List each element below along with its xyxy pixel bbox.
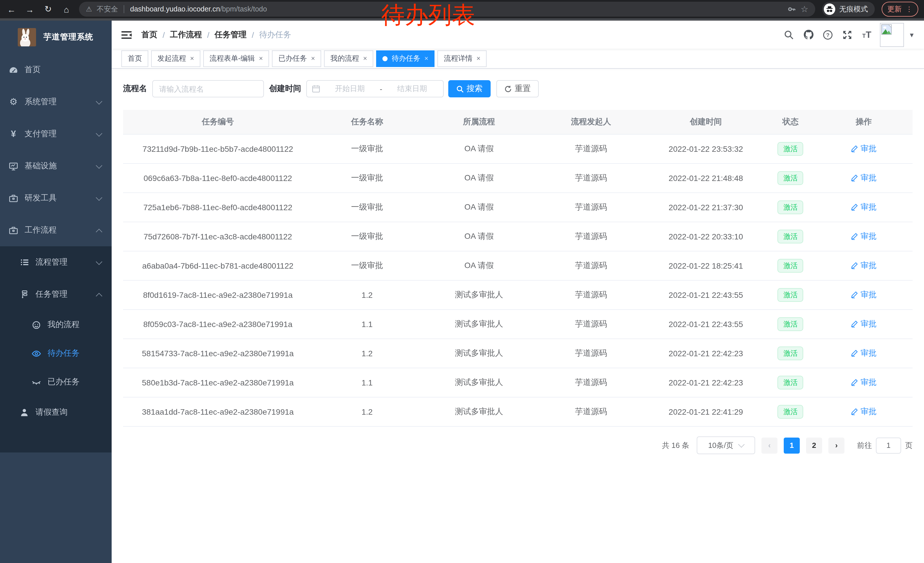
tab-my-process[interactable]: 我的流程× xyxy=(324,50,373,67)
close-icon[interactable]: × xyxy=(363,54,367,62)
action-cell: 审批 xyxy=(815,339,912,368)
tab-start-process[interactable]: 发起流程× xyxy=(151,50,200,67)
col-create-time: 创建时间 xyxy=(645,110,766,134)
goto-page-input[interactable] xyxy=(876,437,901,453)
search-button[interactable]: 搜索 xyxy=(448,80,490,98)
task-id-cell: 58154733-7ac8-11ec-a9e2-a2380e71991a xyxy=(123,339,313,368)
create-time-cell: 2022-01-21 22:41:29 xyxy=(645,397,766,426)
bookmark-star-icon[interactable]: ☆ xyxy=(801,4,808,14)
close-icon[interactable]: × xyxy=(424,54,428,62)
breadcrumb-home[interactable]: 首页 xyxy=(141,30,158,40)
prev-page-button[interactable]: ‹ xyxy=(761,437,777,453)
approve-link[interactable]: 审批 xyxy=(851,231,876,242)
breadcrumb-workflow[interactable]: 工作流程 xyxy=(170,30,202,40)
close-icon[interactable]: × xyxy=(311,54,315,62)
process-cell: 测试多审批人 xyxy=(422,397,536,426)
sidebar-item-process-mgmt[interactable]: 流程管理 xyxy=(0,246,112,278)
approve-link[interactable]: 审批 xyxy=(851,144,876,154)
create-time-cell: 2022-01-21 22:42:23 xyxy=(645,368,766,397)
url-bar[interactable]: ⚠ 不安全 dashboard.yudao.iocoder.cn/bpm/tas… xyxy=(79,2,815,17)
app-navbar: 首页 / 工作流程 / 任务管理 / 待办任务 ? xyxy=(112,21,924,49)
tab-home[interactable]: 首页 xyxy=(122,50,148,67)
tab-form-edit[interactable]: 流程表单-编辑× xyxy=(203,50,269,67)
table-row: 75d72608-7b7f-11ec-a3c8-acde48001122 一级审… xyxy=(123,222,912,251)
pagination: 共 16 条 10条/页 ‹ 1 2 › 前往 页 xyxy=(123,437,912,454)
approve-link[interactable]: 审批 xyxy=(851,377,876,388)
close-icon[interactable]: × xyxy=(190,54,194,62)
edit-pen-icon xyxy=(851,379,858,386)
sidebar-item-workflow[interactable]: 工作流程 xyxy=(0,214,112,246)
tab-todo-tasks[interactable]: 待办任务× xyxy=(376,50,435,67)
next-page-button[interactable]: › xyxy=(828,437,844,453)
reset-button[interactable]: 重置 xyxy=(496,80,539,98)
process-cell: 测试多审批人 xyxy=(422,368,536,397)
approve-link[interactable]: 审批 xyxy=(851,407,876,417)
tab-process-detail[interactable]: 流程详情× xyxy=(438,50,487,67)
process-name-input[interactable] xyxy=(152,80,264,98)
avatar[interactable] xyxy=(880,23,904,47)
approve-link[interactable]: 审批 xyxy=(851,319,876,329)
sidebar-item-infra[interactable]: 基础设施 xyxy=(0,150,112,182)
sidebar-item-payment[interactable]: ¥ 支付管理 xyxy=(0,118,112,150)
close-icon[interactable]: × xyxy=(259,54,263,62)
browser-forward-icon[interactable]: → xyxy=(24,4,36,14)
sidebar-item-done-tasks[interactable]: 已办任务 xyxy=(0,368,112,396)
breadcrumb: 首页 / 工作流程 / 任务管理 / 待办任务 xyxy=(141,30,291,40)
sidebar-item-home[interactable]: 首页 xyxy=(0,54,112,86)
edit-pen-icon xyxy=(851,291,858,299)
tab-done-tasks[interactable]: 已办任务× xyxy=(272,50,321,67)
search-icon[interactable] xyxy=(779,30,799,40)
approve-link[interactable]: 审批 xyxy=(851,290,876,300)
browser-home-icon[interactable]: ⌂ xyxy=(61,4,72,14)
date-range-picker[interactable]: 开始日期 - 结束日期 xyxy=(306,80,444,98)
browser-menu-icon[interactable]: ⋮ xyxy=(906,5,912,13)
breadcrumb-task-mgmt[interactable]: 任务管理 xyxy=(214,30,247,40)
page-size-select[interactable]: 10条/页 xyxy=(697,437,755,454)
status-badge: 激活 xyxy=(778,405,804,419)
edit-pen-icon xyxy=(851,408,858,416)
sidebar-item-my-process[interactable]: 我的流程 xyxy=(0,311,112,339)
fullscreen-icon[interactable] xyxy=(837,30,857,40)
avatar-caret-icon[interactable]: ▼ xyxy=(909,31,915,38)
sidebar-item-task-mgmt[interactable]: 任务管理 xyxy=(0,278,112,311)
action-cell: 审批 xyxy=(815,134,912,164)
browser-update-button[interactable]: 更新 ⋮ xyxy=(882,2,918,17)
close-icon[interactable]: × xyxy=(477,54,481,62)
sidebar-item-devtools[interactable]: 研发工具 xyxy=(0,182,112,214)
goto-label: 前往 xyxy=(857,440,872,450)
password-key-icon[interactable] xyxy=(787,5,796,14)
browser-back-icon[interactable]: ← xyxy=(6,4,17,14)
approve-link[interactable]: 审批 xyxy=(851,202,876,213)
sidebar-item-leave-query[interactable]: 请假查询 xyxy=(0,396,112,428)
sidebar-logo-row[interactable]: 芋道管理系统 xyxy=(0,21,112,54)
table-row: 58154733-7ac8-11ec-a9e2-a2380e71991a 1.2… xyxy=(123,339,912,368)
status-badge: 激活 xyxy=(778,230,804,244)
github-icon[interactable] xyxy=(799,29,818,40)
chevron-up-icon xyxy=(96,229,102,236)
process-cell: OA 请假 xyxy=(422,251,536,280)
page-unit-label: 页 xyxy=(905,440,912,450)
status-badge: 激活 xyxy=(778,200,804,215)
approve-link[interactable]: 审批 xyxy=(851,173,876,183)
task-table: 任务编号 任务名称 所属流程 流程发起人 创建时间 状态 操作 xyxy=(123,110,912,427)
breadcrumb-separator: / xyxy=(252,30,254,39)
collapse-sidebar-icon[interactable] xyxy=(121,29,132,41)
help-icon[interactable]: ? xyxy=(818,30,837,40)
page-button-1[interactable]: 1 xyxy=(784,437,800,453)
task-table-body: 73211d9d-7b9b-11ec-b5b7-acde48001122 一级审… xyxy=(123,134,912,426)
approve-link[interactable]: 审批 xyxy=(851,261,876,271)
browser-reload-icon[interactable]: ↻ xyxy=(42,4,54,14)
status-badge: 激活 xyxy=(778,259,804,273)
status-badge: 激活 xyxy=(778,317,804,331)
chevron-down-icon xyxy=(738,441,745,448)
action-cell: 审批 xyxy=(815,397,912,426)
page-button-2[interactable]: 2 xyxy=(806,437,822,453)
table-row: 73211d9d-7b9b-11ec-b5b7-acde48001122 一级审… xyxy=(123,134,912,164)
sidebar-item-system[interactable]: ⚙ 系统管理 xyxy=(0,86,112,118)
sidebar-item-todo-tasks[interactable]: 待办任务 xyxy=(0,339,112,368)
range-separator: - xyxy=(380,84,382,93)
font-size-icon[interactable]: TT xyxy=(857,30,876,40)
approve-link[interactable]: 审批 xyxy=(851,348,876,359)
col-status: 状态 xyxy=(766,110,814,134)
status-cell: 激活 xyxy=(766,193,814,222)
